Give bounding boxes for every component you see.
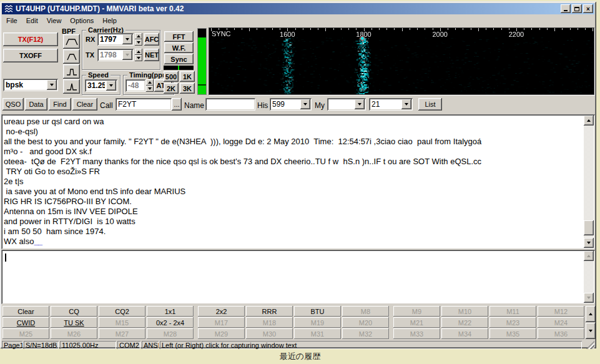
- macro-scrollbar[interactable]: [586, 305, 596, 340]
- macro-button-0x2-2x4[interactable]: 0x2 - 2x4: [147, 317, 194, 328]
- macro-button-m10[interactable]: M10: [441, 306, 488, 317]
- macro-button-m31[interactable]: M31: [294, 328, 341, 339]
- spin-down-icon[interactable]: [135, 55, 142, 61]
- scroll-down-icon[interactable]: [586, 323, 596, 339]
- bpf-medium-button[interactable]: [63, 49, 80, 64]
- macro-button-clear[interactable]: Clear: [2, 306, 49, 317]
- macro-button-m30[interactable]: M30: [246, 328, 293, 339]
- rx-carrier-select[interactable]: 1797: [97, 33, 134, 46]
- macro-button-m34[interactable]: M34: [441, 328, 488, 339]
- macro-button-cq[interactable]: CQ: [51, 306, 97, 317]
- waterfall[interactable]: 1600180020002200 SYNC: [209, 27, 594, 95]
- chevron-down-icon[interactable]: [300, 99, 310, 109]
- spin-up-icon[interactable]: [135, 49, 142, 55]
- close-button[interactable]: ×: [583, 4, 593, 13]
- menu-file[interactable]: File: [2, 16, 22, 25]
- chevron-down-icon[interactable]: [122, 34, 132, 44]
- macro-button-m20[interactable]: M20: [342, 317, 389, 328]
- macro-button-btu[interactable]: BTU: [294, 306, 341, 317]
- macro-button-m28[interactable]: M28: [147, 328, 194, 339]
- spin-up-icon[interactable]: [146, 79, 154, 86]
- span-2k-button[interactable]: 2K: [164, 83, 179, 94]
- rx-window[interactable]: ureau pse ur qsl card on wa no-e-qsl)all…: [1, 114, 595, 249]
- net-button[interactable]: NET: [144, 49, 159, 61]
- afc-button[interactable]: AFC: [144, 33, 159, 46]
- macro-button-m23[interactable]: M23: [489, 317, 536, 328]
- sync-button[interactable]: Sync: [164, 54, 194, 64]
- speed-select[interactable]: 31.25: [85, 79, 117, 92]
- spin-up-icon[interactable]: [135, 33, 142, 39]
- macro-button-m36[interactable]: M36: [538, 328, 584, 339]
- rx-scroll-thumb[interactable]: [584, 220, 594, 235]
- macro-button-m12[interactable]: M12: [538, 306, 584, 317]
- macro-button-cq2[interactable]: CQ2: [99, 306, 145, 317]
- macro-button-m33[interactable]: M33: [393, 328, 440, 339]
- tx-carrier-spinner[interactable]: [135, 49, 142, 61]
- macro-button-2x2[interactable]: 2x2: [198, 306, 245, 317]
- span-1k-button[interactable]: 1K: [180, 71, 195, 82]
- macro-button-m22[interactable]: M22: [441, 317, 488, 328]
- span-500-button[interactable]: 500: [164, 71, 179, 82]
- maximize-button[interactable]: [572, 4, 582, 13]
- macro-button-m32[interactable]: M32: [342, 328, 389, 339]
- scroll-up-icon[interactable]: [584, 116, 594, 125]
- macro-button-m8[interactable]: M8: [342, 306, 389, 317]
- txoff-button[interactable]: TXOFF: [3, 49, 58, 62]
- data-button[interactable]: Data: [25, 98, 47, 111]
- zone-select[interactable]: 21: [369, 98, 413, 111]
- bpf-spike-button[interactable]: [63, 79, 80, 94]
- bpf-wide-button[interactable]: [63, 34, 80, 49]
- macro-button-m27[interactable]: M27: [99, 328, 145, 339]
- macro-button-1x1[interactable]: 1x1: [147, 306, 194, 317]
- chevron-down-icon[interactable]: [47, 80, 57, 90]
- mode-select[interactable]: bpsk: [3, 79, 58, 91]
- chevron-down-icon[interactable]: [106, 81, 116, 91]
- macro-button-rrr[interactable]: RRR: [246, 306, 293, 317]
- wf-button[interactable]: W.F.: [164, 42, 194, 53]
- my-rst-select[interactable]: [327, 98, 366, 111]
- clear-button[interactable]: Clear: [72, 98, 97, 111]
- macro-button-m21[interactable]: M21: [393, 317, 440, 328]
- menu-help[interactable]: Help: [98, 16, 121, 25]
- fft-button[interactable]: FFT: [164, 31, 194, 42]
- macro-button-m15[interactable]: M15: [99, 317, 145, 328]
- macro-button-m35[interactable]: M35: [489, 328, 536, 339]
- qso-button[interactable]: QSO: [2, 98, 24, 111]
- menu-view[interactable]: View: [42, 16, 66, 25]
- macro-button-m19[interactable]: M19: [294, 317, 341, 328]
- macro-button-m18[interactable]: M18: [246, 317, 293, 328]
- his-rst-select[interactable]: 599: [270, 98, 312, 111]
- macro-button-m11[interactable]: M11: [489, 306, 536, 317]
- spin-down-icon[interactable]: [146, 86, 154, 92]
- macro-button-m26[interactable]: M26: [51, 328, 97, 339]
- tx-carrier-select[interactable]: 1798: [97, 49, 134, 61]
- macro-button-cwid[interactable]: CWID: [2, 317, 49, 328]
- call-more-button[interactable]: ...: [172, 98, 182, 111]
- title-bar[interactable]: UT4UHP (UT4UHP.MDT) - MMVARI beta ver 0.…: [2, 3, 594, 14]
- chevron-down-icon[interactable]: [355, 99, 365, 109]
- chevron-down-icon[interactable]: [401, 99, 411, 109]
- macro-button-m24[interactable]: M24: [538, 317, 584, 328]
- spin-down-icon[interactable]: [135, 39, 142, 46]
- macro-button-m9[interactable]: M9: [393, 306, 440, 317]
- tx-scrollbar[interactable]: [584, 251, 594, 303]
- macro-button-tu-sk[interactable]: TU SK: [51, 317, 97, 328]
- call-input[interactable]: F2YT: [116, 98, 172, 111]
- minimize-button[interactable]: [561, 4, 571, 13]
- macro-button-m25[interactable]: M25: [2, 328, 49, 339]
- span-3k-button[interactable]: 3K: [180, 83, 195, 94]
- timing-spinner[interactable]: [146, 79, 154, 92]
- menu-edit[interactable]: Edit: [22, 16, 42, 25]
- macro-button-m29[interactable]: M29: [198, 328, 245, 339]
- name-input[interactable]: [205, 98, 255, 111]
- tx-window[interactable]: [1, 250, 595, 304]
- tx-button[interactable]: TX(F12): [3, 32, 58, 46]
- timing-field[interactable]: -48: [125, 79, 145, 92]
- bpf-narrow-button[interactable]: [63, 64, 80, 79]
- macro-button-m17[interactable]: M17: [198, 317, 245, 328]
- rx-scrollbar[interactable]: [584, 116, 594, 248]
- scroll-up-icon[interactable]: [586, 306, 596, 322]
- find-button[interactable]: Find: [49, 98, 71, 111]
- list-button[interactable]: List: [418, 98, 442, 111]
- rx-carrier-spinner[interactable]: [135, 33, 142, 46]
